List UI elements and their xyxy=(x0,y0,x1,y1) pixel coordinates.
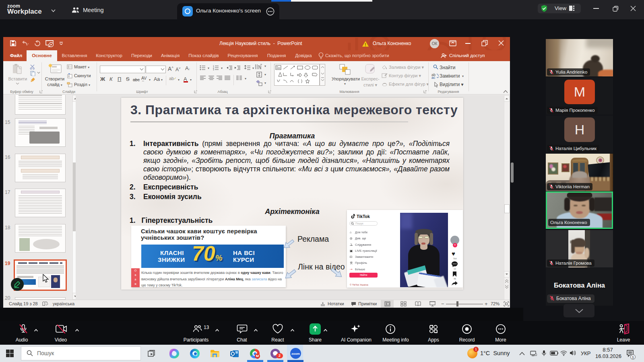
svg-text:ac: ac xyxy=(431,76,436,79)
svg-text:3: 3 xyxy=(213,68,214,70)
